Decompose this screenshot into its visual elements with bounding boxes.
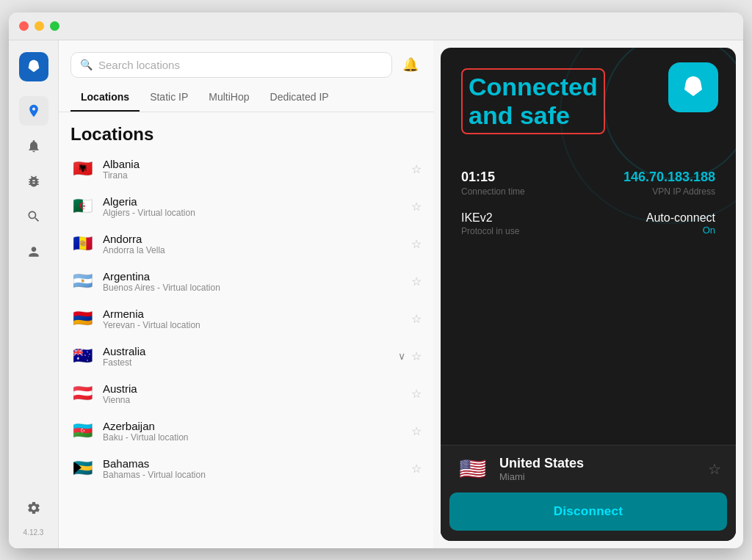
location-sub: Baku - Virtual location — [103, 432, 402, 443]
main-content: 4.12.3 🔍 🔔 Locations Static IP MultiHop … — [9, 40, 743, 548]
sidebar-item-search[interactable] — [19, 202, 48, 231]
favorite-star-icon[interactable]: ☆ — [411, 237, 422, 251]
list-item[interactable]: 🇦🇷 Argentina Buenos Aires - Virtual loca… — [65, 263, 427, 300]
locations-list[interactable]: 🇦🇱 Albania Tirana ☆ 🇩🇿 Algeria Algiers -… — [59, 150, 433, 548]
location-sub: Andorra la Vella — [103, 245, 402, 255]
sidebar-item-debug[interactable] — [19, 167, 48, 196]
sidebar: 4.12.3 — [9, 40, 59, 548]
tab-static-ip[interactable]: Static IP — [140, 84, 198, 112]
protocol-label: Protocol in use — [461, 226, 588, 236]
flag-azerbaijan: 🇦🇿 — [70, 422, 94, 440]
location-actions: ☆ — [411, 237, 422, 251]
tab-locations[interactable]: Locations — [70, 84, 140, 112]
favorite-star-icon[interactable]: ☆ — [411, 462, 422, 476]
location-actions: ☆ — [411, 387, 422, 401]
connection-time-value: 01:15 — [461, 170, 588, 185]
titlebar — [9, 12, 743, 40]
flag-austria: 🇦🇹 — [70, 385, 94, 402]
autoconnect-value: On — [588, 225, 715, 236]
connection-time-label: Connection time — [461, 186, 588, 197]
location-info: Argentina Buenos Aires - Virtual locatio… — [103, 270, 402, 293]
current-location-info: United States Miami — [499, 456, 698, 482]
location-sub: Fastest — [103, 357, 389, 368]
favorite-star-icon[interactable]: ☆ — [411, 349, 422, 363]
maximize-button[interactable] — [50, 21, 59, 31]
current-location-row[interactable]: 🇺🇸 United States Miami ☆ — [441, 446, 736, 492]
location-name: Argentina — [103, 270, 402, 283]
sidebar-item-locations[interactable] — [19, 96, 48, 126]
list-item[interactable]: 🇦🇺 Australia Fastest ∨ ☆ — [65, 338, 427, 375]
location-sub: Bahamas - Virtual location — [103, 470, 402, 480]
list-item[interactable]: 🇦🇿 Azerbaijan Baku - Virtual location ☆ — [65, 412, 427, 450]
sidebar-item-account[interactable] — [19, 237, 48, 266]
location-info: Algeria Algiers - Virtual location — [103, 195, 402, 218]
search-input[interactable] — [98, 59, 383, 71]
location-name: Australia — [103, 345, 389, 357]
location-info: Albania Tirana — [103, 158, 402, 181]
location-sub: Buenos Aires - Virtual location — [103, 283, 402, 293]
location-sub: Yerevan - Virtual location — [103, 320, 402, 330]
list-item[interactable]: 🇦🇱 Albania Tirana ☆ — [65, 150, 427, 188]
location-info: Armenia Yerevan - Virtual location — [103, 308, 402, 330]
current-location-star-icon[interactable]: ☆ — [708, 460, 721, 478]
list-item[interactable]: 🇦🇹 Austria Vienna ☆ — [65, 375, 427, 412]
protocol-value: IKEv2 — [461, 211, 588, 225]
location-info: Azerbaijan Baku - Virtual location — [103, 420, 402, 443]
tab-dedicated-ip[interactable]: Dedicated IP — [260, 84, 339, 112]
location-info: Bahamas Bahamas - Virtual location — [103, 457, 402, 480]
location-actions: ☆ — [411, 312, 422, 326]
favorite-star-icon[interactable]: ☆ — [411, 274, 422, 288]
current-location-country: United States — [499, 456, 698, 471]
protocol-stat: IKEv2 Protocol in use — [461, 211, 588, 236]
flag-albania: 🇦🇱 — [70, 160, 94, 178]
location-info: Andorra Andorra la Vella — [103, 233, 402, 255]
notification-bell-icon[interactable]: 🔔 — [400, 54, 422, 76]
expand-icon[interactable]: ∨ — [398, 350, 405, 362]
location-actions: ☆ — [411, 274, 422, 288]
favorite-star-icon[interactable]: ☆ — [411, 424, 422, 438]
location-name: Azerbaijan — [103, 420, 402, 432]
location-info: Austria Vienna — [103, 382, 402, 405]
search-bar[interactable]: 🔍 — [70, 52, 392, 78]
version-label: 4.12.3 — [19, 523, 48, 537]
location-actions: ∨ ☆ — [398, 349, 422, 363]
sidebar-item-alerts[interactable] — [19, 131, 48, 161]
location-sub: Vienna — [103, 395, 402, 405]
location-actions: ☆ — [411, 462, 422, 476]
favorite-star-icon[interactable]: ☆ — [411, 200, 422, 214]
current-location-city: Miami — [499, 471, 698, 482]
tabs-row: Locations Static IP MultiHop Dedicated I… — [59, 84, 433, 112]
flag-bahamas: 🇧🇸 — [70, 459, 94, 477]
vpn-status-area: Connected and safe 01:15 Connection time… — [441, 48, 736, 445]
list-item[interactable]: 🇧🇸 Bahamas Bahamas - Virtual location ☆ — [65, 450, 427, 487]
connection-time-stat: 01:15 Connection time — [461, 170, 588, 197]
favorite-star-icon[interactable]: ☆ — [411, 312, 422, 326]
current-location-flag: 🇺🇸 — [455, 457, 489, 481]
search-icon: 🔍 — [80, 59, 93, 70]
location-sub: Tirana — [103, 170, 402, 181]
location-name: Armenia — [103, 308, 402, 320]
flag-algeria: 🇩🇿 — [70, 197, 94, 215]
location-name: Austria — [103, 382, 402, 395]
disconnect-button[interactable]: Disconnect — [449, 492, 727, 531]
favorite-star-icon[interactable]: ☆ — [411, 387, 422, 401]
location-actions: ☆ — [411, 162, 422, 176]
list-item[interactable]: 🇩🇿 Algeria Algiers - Virtual location ☆ — [65, 188, 427, 225]
list-item[interactable]: 🇦🇲 Armenia Yerevan - Virtual location ☆ — [65, 300, 427, 338]
sidebar-item-settings[interactable] — [19, 493, 48, 523]
location-actions: ☆ — [411, 200, 422, 214]
locations-header: Locations — [59, 112, 433, 150]
close-button[interactable] — [19, 21, 29, 31]
favorite-star-icon[interactable]: ☆ — [411, 162, 422, 176]
list-item[interactable]: 🇦🇩 Andorra Andorra la Vella ☆ — [65, 225, 427, 263]
location-info: Australia Fastest — [103, 345, 389, 368]
sidebar-bottom: 4.12.3 — [19, 493, 48, 537]
location-name: Albania — [103, 158, 402, 170]
flag-australia: 🇦🇺 — [70, 347, 94, 365]
flag-argentina: 🇦🇷 — [70, 272, 94, 290]
vpn-logo — [668, 62, 718, 112]
tab-multihop[interactable]: MultiHop — [198, 84, 259, 112]
location-name: Bahamas — [103, 457, 402, 470]
app-window: 4.12.3 🔍 🔔 Locations Static IP MultiHop … — [9, 12, 743, 548]
minimize-button[interactable] — [35, 21, 44, 31]
